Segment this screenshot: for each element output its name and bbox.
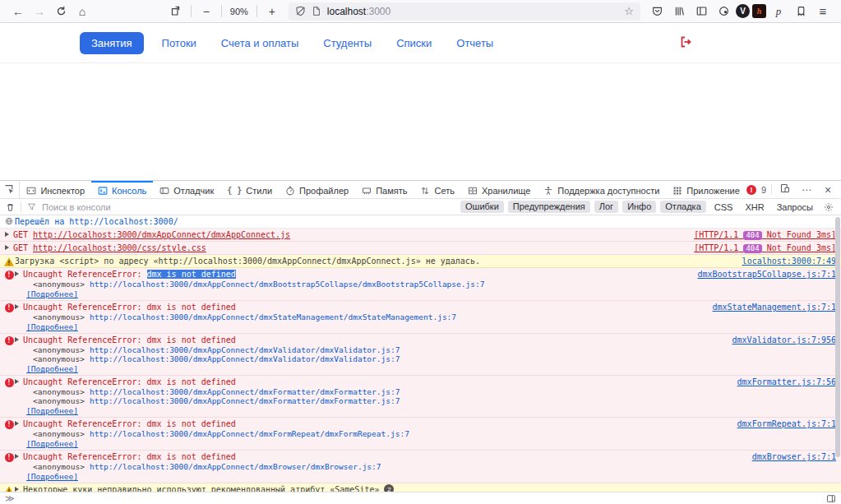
filter-chip-errors[interactable]: Ошибки bbox=[460, 201, 504, 213]
library-icon[interactable] bbox=[669, 2, 689, 21]
tab-profiler[interactable]: Профайлер bbox=[279, 181, 355, 198]
responsive-mode-icon[interactable] bbox=[777, 183, 793, 196]
learn-more-link[interactable]: [Подробнее] bbox=[26, 472, 78, 481]
error-source-link[interactable]: dmxValidator.js:7:956 bbox=[732, 335, 836, 345]
tab-console[interactable]: Консоль bbox=[91, 181, 153, 198]
error-source-link[interactable]: dmxFormatter.js:7:56 bbox=[737, 377, 836, 387]
error-message: Uncaught ReferenceError:dmx is not defin… bbox=[23, 418, 236, 429]
expand-arrow-icon[interactable] bbox=[5, 232, 9, 237]
zoom-out-icon[interactable]: − bbox=[196, 2, 216, 21]
extension-p-icon[interactable]: p bbox=[769, 2, 788, 21]
error-source-link[interactable]: dmxFormRepeat.js:7:1 bbox=[737, 418, 836, 429]
filter-icon bbox=[25, 202, 39, 211]
more-options-icon[interactable]: ⋯ bbox=[798, 184, 815, 196]
error-count[interactable]: 9 bbox=[761, 185, 766, 195]
expand-arrow-icon[interactable] bbox=[15, 454, 19, 459]
save-page-icon[interactable] bbox=[166, 2, 186, 21]
tab-storage[interactable]: Хранилище bbox=[461, 181, 537, 198]
nav-item-otchety[interactable]: Отчеты bbox=[450, 33, 500, 53]
reload-icon[interactable] bbox=[51, 2, 71, 21]
tab-network[interactable]: Сеть bbox=[414, 181, 460, 198]
error-icon: ! bbox=[3, 377, 15, 387]
filter-chip-log[interactable]: Лог bbox=[594, 201, 618, 213]
learn-more-link[interactable]: [Подробнее] bbox=[26, 439, 78, 448]
logout-icon[interactable] bbox=[677, 33, 695, 51]
error-count-icon[interactable]: ! bbox=[746, 185, 756, 195]
expand-arrow-icon[interactable] bbox=[15, 421, 19, 426]
menu-icon[interactable]: ≡ bbox=[813, 2, 833, 21]
warning-source-link[interactable]: localhost:3000:7:49 bbox=[742, 256, 836, 266]
filter-xhr[interactable]: XHR bbox=[741, 201, 768, 213]
nav-item-studenty[interactable]: Студенты bbox=[317, 33, 378, 53]
expand-arrow-icon[interactable] bbox=[15, 487, 19, 492]
tab-accessibility[interactable]: Поддержка доступности bbox=[537, 181, 666, 198]
pick-element-icon[interactable] bbox=[0, 181, 20, 198]
stack-frame: <anonymous>http://localhost:3000/dmxAppC… bbox=[15, 387, 836, 396]
console-filter-input[interactable] bbox=[42, 202, 457, 212]
filter-requests[interactable]: Запросы bbox=[773, 201, 817, 213]
error-source-link[interactable]: dmxBrowser.js:7:1 bbox=[752, 451, 836, 462]
request-url-link[interactable]: http://localhost:3000/dmxAppConnect/dmxA… bbox=[33, 229, 290, 240]
error-source-link[interactable]: dmxBootstrap5Collapse.js:7:1 bbox=[697, 269, 836, 280]
nav-item-zanyatiya[interactable]: Занятия bbox=[80, 32, 144, 54]
inspector-icon bbox=[26, 186, 36, 196]
zoom-in-icon[interactable]: + bbox=[262, 2, 282, 21]
split-console-icon[interactable] bbox=[826, 494, 836, 503]
extension-h-icon[interactable]: h bbox=[752, 4, 766, 18]
filter-chip-info[interactable]: Инфо bbox=[622, 201, 656, 213]
learn-more-link[interactable]: [Подробнее] bbox=[26, 406, 78, 415]
address-bar[interactable]: localhost:3000 ☆ bbox=[289, 2, 640, 21]
filter-chip-debug[interactable]: Отладка bbox=[660, 201, 705, 213]
expand-arrow-icon[interactable] bbox=[5, 245, 9, 250]
screenshot-icon[interactable] bbox=[714, 2, 733, 21]
request-status[interactable]: [HTTP/1.1 404 Not Found 3ms] bbox=[694, 229, 836, 240]
expand-arrow-icon[interactable] bbox=[15, 337, 19, 342]
filter-css[interactable]: CSS bbox=[710, 201, 737, 213]
bookmark-star-icon[interactable]: ☆ bbox=[624, 5, 634, 17]
console-input-row[interactable]: ≫ bbox=[0, 492, 841, 504]
divider bbox=[771, 184, 772, 195]
clear-console-icon[interactable] bbox=[3, 202, 17, 212]
memory-icon bbox=[362, 186, 372, 196]
extension-v-icon[interactable]: V bbox=[736, 4, 750, 18]
stack-frame: <anonymous>http://localhost:3000/dmxAppC… bbox=[15, 312, 836, 321]
url-text[interactable]: localhost:3000 bbox=[327, 6, 390, 17]
tab-application[interactable]: Приложение bbox=[666, 181, 746, 198]
sidebar-toggle-icon[interactable] bbox=[691, 2, 711, 21]
divider bbox=[21, 201, 21, 212]
request-status[interactable]: [HTTP/1.1 404 Not Found 3ms] bbox=[694, 243, 836, 253]
learn-more-link[interactable]: [Подробнее] bbox=[26, 322, 78, 331]
console-error-row: ! Uncaught ReferenceError:dmx is not def… bbox=[0, 334, 841, 376]
back-icon[interactable]: ← bbox=[8, 2, 28, 21]
navigate-globe-icon bbox=[3, 216, 15, 225]
error-icon: ! bbox=[3, 418, 15, 429]
warning-icon bbox=[3, 256, 15, 266]
home-icon[interactable]: ⌂ bbox=[72, 2, 92, 21]
filter-chip-warnings[interactable]: Предупреждения bbox=[508, 201, 590, 213]
close-devtools-icon[interactable]: × bbox=[820, 183, 836, 197]
extension-icon[interactable] bbox=[791, 2, 811, 21]
console-navigation-row: Перешёл на http://localhost:3000/ bbox=[0, 215, 841, 229]
learn-more-link[interactable]: [Подробнее] bbox=[26, 364, 78, 373]
expand-arrow-icon[interactable] bbox=[15, 271, 19, 276]
console-scrollbar[interactable] bbox=[835, 217, 840, 490]
nav-item-spiski[interactable]: Списки bbox=[390, 33, 438, 53]
tab-debugger[interactable]: Отладчик bbox=[153, 181, 220, 198]
tab-styles[interactable]: { } Стили bbox=[220, 181, 279, 198]
expand-arrow-icon[interactable] bbox=[15, 379, 19, 384]
zoom-level[interactable]: 90% bbox=[227, 7, 252, 16]
tab-memory[interactable]: Память bbox=[355, 181, 414, 198]
request-url-link[interactable]: http://localhost:3000/css/style.css bbox=[33, 243, 206, 253]
nav-item-potoki[interactable]: Потоки bbox=[155, 33, 203, 53]
pocket-icon[interactable] bbox=[647, 2, 667, 21]
page-proxy-icon[interactable] bbox=[312, 6, 321, 16]
network-icon bbox=[420, 186, 430, 196]
tab-inspector[interactable]: Инспектор bbox=[20, 181, 91, 198]
console-settings-gear-icon[interactable] bbox=[821, 202, 836, 212]
shield-disabled-icon[interactable] bbox=[295, 6, 306, 16]
expand-arrow-icon[interactable] bbox=[15, 304, 19, 309]
error-source-link[interactable]: dmxStateManagement.js:7:1 bbox=[712, 302, 836, 312]
nav-item-scheta[interactable]: Счета и оплаты bbox=[215, 33, 305, 53]
learn-more-link[interactable]: [Подробнее] bbox=[26, 289, 78, 298]
console-output: Перешёл на http://localhost:3000/ GET ht… bbox=[0, 215, 841, 492]
